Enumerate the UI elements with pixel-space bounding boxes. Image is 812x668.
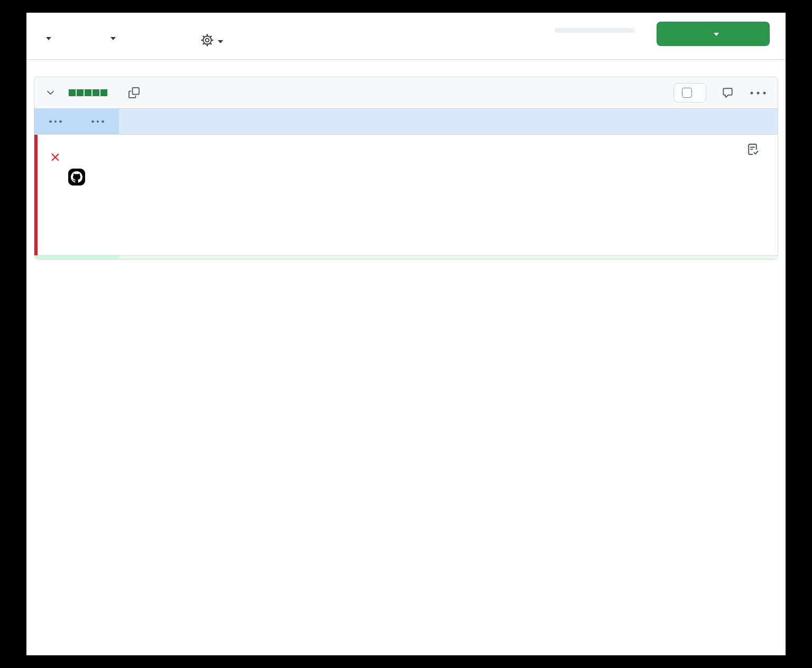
expand-hunk-button[interactable] xyxy=(34,109,77,134)
diffstat-blocks xyxy=(69,89,107,96)
expand-hunk-button[interactable] xyxy=(77,109,119,134)
diff-table xyxy=(34,109,778,259)
diff-toolbar xyxy=(26,13,786,60)
viewed-checkbox[interactable] xyxy=(682,88,692,98)
file-filter-menu[interactable] xyxy=(41,36,51,40)
collapse-file-button[interactable] xyxy=(45,87,56,98)
review-changes-button[interactable] xyxy=(657,22,770,46)
copy-path-button[interactable] xyxy=(128,87,140,98)
check-source-row xyxy=(68,169,93,185)
chevron-down-icon xyxy=(110,37,116,40)
diff-settings-menu[interactable] xyxy=(201,34,223,49)
diff-bottom-filler xyxy=(34,256,778,259)
conversations-menu[interactable] xyxy=(106,36,116,40)
hunk-gutter xyxy=(34,109,119,134)
chevron-down-icon xyxy=(218,40,223,43)
github-actions-logo-icon xyxy=(68,169,85,185)
files-viewed-progress-bar xyxy=(555,28,635,33)
file-header xyxy=(34,77,778,109)
hunk-row xyxy=(34,109,778,134)
gear-icon xyxy=(201,34,214,49)
viewed-toggle-button[interactable] xyxy=(673,83,706,103)
view-workflow-file-icon[interactable] xyxy=(745,142,760,159)
kebab-menu-button[interactable] xyxy=(749,91,767,95)
file-diff-card xyxy=(34,77,778,259)
x-failure-icon xyxy=(51,152,60,164)
hunk-header-text xyxy=(119,109,778,134)
page-panel xyxy=(26,13,786,655)
failure-stripe xyxy=(34,135,38,255)
files-viewed-progress xyxy=(555,23,639,33)
comment-button[interactable] xyxy=(722,87,733,98)
chevron-down-icon xyxy=(46,37,51,40)
chevron-down-icon xyxy=(714,33,719,36)
check-failure-annotation xyxy=(34,134,778,256)
